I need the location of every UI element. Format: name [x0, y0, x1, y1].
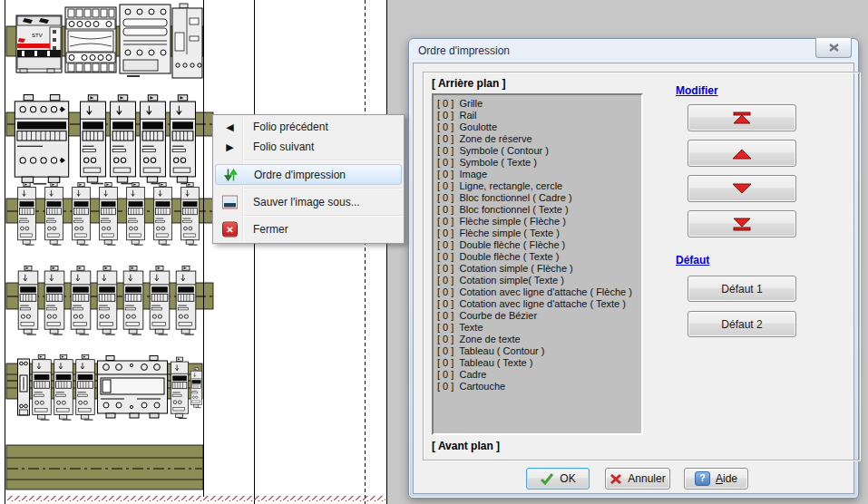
layer-list-item[interactable]: [ 0 ] Goulotte	[437, 121, 641, 133]
left-triangle-icon: ◀	[222, 120, 238, 135]
layer-list-item[interactable]: [ 0 ] Cotation avec ligne d'attache ( Fl…	[437, 286, 641, 298]
defaut-1-button[interactable]: Défaut 1	[688, 276, 796, 302]
layer-list-item[interactable]: [ 0 ] Double flèche ( Flèche )	[437, 239, 641, 251]
move-to-top-icon	[730, 111, 754, 125]
menu-separator	[244, 215, 402, 217]
foreground-section-label: [ Avant plan ]	[432, 440, 500, 452]
dialog-body: [ Arrière plan ] [ 0 ] Grille[ 0 ] Rail[…	[413, 63, 854, 494]
menu-item-label: Folio suivant	[253, 141, 314, 153]
annuler-button[interactable]: Annuler	[605, 468, 670, 489]
move-up-icon	[730, 148, 754, 160]
drawing-canvas[interactable]: STV	[0, 0, 386, 504]
ok-label: OK	[560, 472, 575, 485]
menu-separator	[244, 188, 402, 189]
device-label: STV	[32, 33, 43, 38]
move-to-bottom-icon	[730, 218, 754, 231]
layer-list-item[interactable]: [ 0 ] Image	[437, 169, 641, 180]
move-up-button[interactable]	[688, 140, 796, 167]
ok-button[interactable]: OK	[526, 468, 590, 489]
layer-list[interactable]: [ 0 ] Grille[ 0 ] Rail[ 0 ] Goulotte[ 0 …	[432, 93, 643, 435]
layer-list-item[interactable]: [ 0 ] Flèche simple ( Flèche )	[437, 216, 641, 228]
layer-list-item[interactable]: [ 0 ] Courbe de Bézier	[437, 310, 641, 322]
layer-list-item[interactable]: [ 0 ] Bloc fonctionnel ( Cadre )	[437, 192, 641, 204]
annuler-label: Annuler	[628, 472, 665, 485]
context-menu: ◀ Folio précédent ▶ Folio suivant Ordre …	[212, 114, 405, 244]
layer-list-item[interactable]: [ 0 ] Cartouche	[437, 381, 641, 393]
layer-list-item[interactable]: [ 0 ] Cotation avec ligne d'attache ( Te…	[437, 298, 641, 310]
close-red-icon: ✕	[222, 222, 238, 237]
print-order-arrows-icon	[223, 167, 239, 182]
application-window: STV	[0, 0, 868, 504]
aide-button[interactable]: ? Aide	[684, 468, 748, 489]
window-close-icon	[829, 44, 839, 52]
move-down-icon	[730, 183, 754, 195]
menu-item-sauver-image[interactable]: Sauver l'image sous...	[215, 192, 402, 212]
image-icon	[222, 195, 238, 210]
layer-list-item[interactable]: [ 0 ] Symbole ( Texte )	[437, 157, 641, 169]
layer-list-item[interactable]: [ 0 ] Texte	[437, 322, 641, 334]
device-differential-switch: STV	[16, 15, 62, 73]
layer-list-item[interactable]: [ 0 ] Zone de texte	[437, 334, 641, 345]
defaut-2-label: Défaut 2	[721, 318, 762, 331]
move-to-bottom-button[interactable]	[688, 210, 796, 237]
device-contactor	[65, 7, 116, 73]
print-order-dialog: Ordre d'impression [ Arrière plan ] [ 0 …	[408, 38, 859, 499]
help-question-icon: ?	[695, 471, 710, 486]
background-section-label: [ Arrière plan ]	[432, 77, 506, 90]
schematic-drawing: STV	[0, 0, 386, 504]
menu-item-label: Folio précédent	[253, 121, 328, 133]
red-x-icon	[610, 473, 622, 485]
menu-item-folio-suivant[interactable]: ▶ Folio suivant	[215, 137, 402, 157]
layer-list-item[interactable]: [ 0 ] Double flèche ( Texte )	[437, 251, 641, 263]
layer-list-item[interactable]: [ 0 ] Tableau ( Texte )	[437, 357, 641, 369]
defaut-2-button[interactable]: Défaut 2	[688, 311, 796, 337]
modifier-section-label: Modifier	[676, 84, 718, 97]
layer-list-item[interactable]: [ 0 ] Flèche simple ( Texte )	[437, 228, 641, 239]
layer-list-item[interactable]: [ 0 ] Cotation simple ( Flèche )	[437, 263, 641, 275]
layer-list-item[interactable]: [ 0 ] Zone de réserve	[437, 133, 641, 145]
move-to-top-button[interactable]	[688, 104, 796, 131]
check-icon	[540, 472, 554, 485]
dialog-title[interactable]: Ordre d'impression	[418, 44, 510, 57]
aide-button-label: Aide	[716, 472, 737, 485]
menu-item-fermer[interactable]: ✕ Fermer	[215, 219, 402, 239]
menu-item-label: Ordre d'impression	[254, 169, 346, 181]
layer-list-item[interactable]: [ 0 ] Tableau ( Contour )	[437, 345, 641, 357]
layer-list-item[interactable]: [ 0 ] Cadre	[437, 369, 641, 381]
device-aux	[172, 4, 202, 78]
layer-list-item[interactable]: [ 0 ] Grille	[437, 98, 641, 110]
menu-item-ordre-impression[interactable]: Ordre d'impression	[215, 164, 402, 185]
layer-list-item[interactable]: [ 0 ] Symbole ( Contour )	[437, 145, 641, 157]
menu-separator	[244, 160, 402, 161]
device-breaker-4p	[120, 5, 171, 77]
layer-list-item[interactable]: [ 0 ] Ligne, rectangle, cercle	[437, 180, 641, 192]
layer-list-item[interactable]: [ 0 ] Bloc fonctionnel ( Texte )	[437, 204, 641, 216]
defaut-1-label: Défaut 1	[721, 283, 762, 296]
right-triangle-icon: ▶	[222, 140, 238, 155]
layer-list-item[interactable]: [ 0 ] Rail	[437, 110, 641, 121]
layers-group-box: [ Arrière plan ] [ 0 ] Grille[ 0 ] Rail[…	[423, 72, 860, 460]
layer-list-item[interactable]: [ 0 ] Cotation simple( Texte )	[437, 275, 641, 286]
menu-item-label: Fermer	[253, 223, 288, 236]
menu-item-label: Sauver l'image sous...	[253, 196, 360, 208]
window-close-button[interactable]	[815, 38, 852, 58]
defaut-section-label: Défaut	[676, 254, 709, 267]
menu-item-folio-precedent[interactable]: ◀ Folio précédent	[215, 117, 402, 137]
move-down-button[interactable]	[688, 175, 796, 202]
